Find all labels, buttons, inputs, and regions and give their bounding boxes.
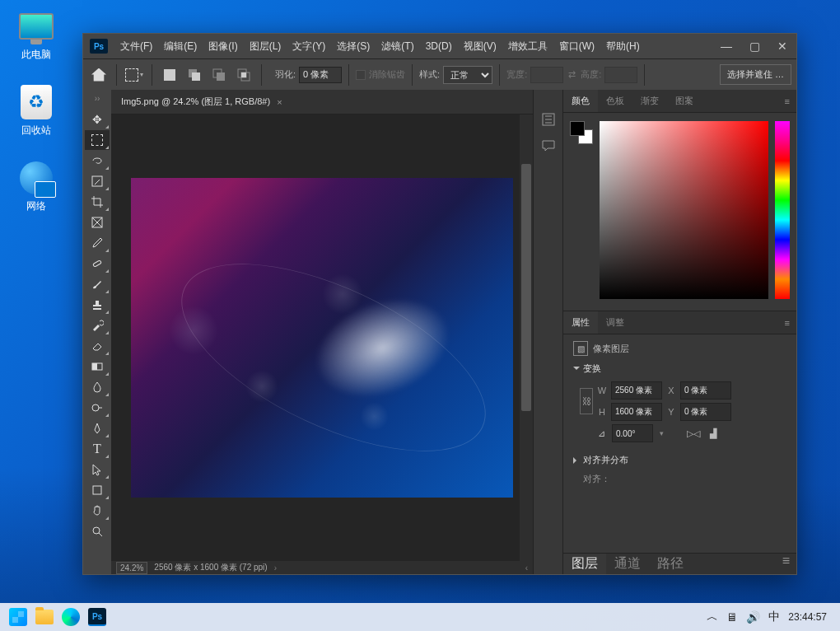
taskbar-edge[interactable] [58, 604, 84, 630]
selection-new-icon[interactable] [159, 64, 180, 86]
tab-layers[interactable]: 图层 [563, 554, 606, 574]
tray-volume-icon[interactable]: 🔊 [746, 610, 760, 624]
document-tab[interactable]: Img5.png @ 24.2% (图层 1, RGB/8#) × [111, 90, 533, 115]
crop-tool[interactable] [85, 192, 110, 212]
menu-filter[interactable]: 滤镜(T) [376, 40, 419, 54]
gradient-tool[interactable] [85, 357, 110, 376]
hand-tool[interactable] [85, 501, 110, 521]
stamp-tool[interactable] [85, 295, 110, 315]
menu-plugins[interactable]: 增效工具 [502, 40, 553, 54]
menu-edit[interactable]: 编辑(E) [158, 40, 203, 54]
canvas-viewport[interactable] [111, 115, 533, 561]
photoshop-logo-icon[interactable]: Ps [90, 39, 108, 54]
path-selection-tool[interactable] [85, 460, 110, 479]
tab-paths[interactable]: 路径 [649, 554, 692, 574]
toolbar-grip-icon[interactable]: ›› [83, 90, 111, 106]
menubar: Ps 文件(F) 编辑(E) 图像(I) 图层(L) 文字(Y) 选择(S) 滤… [83, 34, 796, 58]
tab-color[interactable]: 颜色 [563, 90, 598, 112]
tab-swatches[interactable]: 色板 [598, 90, 632, 112]
marquee-tool[interactable] [85, 130, 110, 150]
scroll-left-icon[interactable]: ‹ [525, 563, 528, 573]
panel-menu-icon[interactable]: ≡ [778, 318, 796, 328]
section-align[interactable]: 对齐并分布 [573, 454, 786, 466]
close-button[interactable]: ✕ [768, 36, 796, 56]
tray-chevron-icon[interactable]: ︿ [707, 610, 718, 624]
feather-input[interactable] [299, 67, 342, 83]
taskbar-photoshop[interactable]: Ps [84, 604, 110, 630]
eyedropper-tool[interactable] [85, 233, 110, 253]
close-tab-icon[interactable]: × [277, 97, 282, 107]
foreground-color[interactable] [570, 121, 585, 136]
tray-clock[interactable]: 23:44:57 [788, 611, 827, 623]
selection-add-icon[interactable] [184, 64, 205, 86]
width-input[interactable] [611, 381, 662, 400]
menu-view[interactable]: 视图(V) [458, 40, 502, 54]
taskbar-explorer[interactable] [31, 604, 58, 630]
zoom-level[interactable]: 24.2% [116, 562, 147, 574]
desktop-network[interactable]: 网络 [8, 160, 64, 213]
select-and-mask-button[interactable]: 选择并遮住 … [720, 64, 791, 85]
svg-rect-6 [241, 72, 246, 77]
color-field[interactable] [600, 121, 768, 299]
menu-help[interactable]: 帮助(H) [600, 40, 646, 54]
info-chevron-icon[interactable]: › [274, 563, 277, 573]
section-transform[interactable]: 变换 [573, 362, 786, 375]
minimize-button[interactable]: — [712, 36, 740, 56]
menu-image[interactable]: 图像(I) [203, 40, 243, 54]
flip-horizontal-icon[interactable]: ▷◁ [687, 428, 700, 439]
canvas-image[interactable] [131, 178, 513, 498]
eraser-tool[interactable] [85, 336, 110, 356]
tab-channels[interactable]: 通道 [606, 554, 649, 574]
menu-window[interactable]: 窗口(W) [553, 40, 600, 54]
move-tool[interactable]: ✥ [85, 110, 110, 129]
style-select[interactable]: 正常 [443, 66, 492, 84]
history-panel-icon[interactable] [539, 110, 558, 129]
tab-gradients[interactable]: 渐变 [632, 90, 667, 112]
tab-patterns[interactable]: 图案 [667, 90, 702, 112]
comments-panel-icon[interactable] [539, 136, 558, 156]
start-button[interactable] [5, 604, 31, 630]
vertical-scrollbar[interactable] [520, 115, 533, 561]
flip-vertical-icon[interactable]: ▟ [710, 428, 716, 439]
menu-type[interactable]: 文字(Y) [287, 40, 331, 54]
menu-file[interactable]: 文件(F) [114, 40, 158, 54]
angle-input[interactable] [612, 424, 653, 442]
blur-tool[interactable] [85, 377, 110, 397]
document-info[interactable]: 2560 像素 x 1600 像素 (72 ppi) [154, 562, 267, 573]
home-button[interactable] [88, 64, 110, 86]
lasso-tool[interactable] [85, 151, 110, 171]
tray-network-icon[interactable]: 🖥 [726, 610, 738, 624]
menu-3d[interactable]: 3D(D) [420, 40, 458, 52]
menu-select[interactable]: 选择(S) [331, 40, 376, 54]
menu-layer[interactable]: 图层(L) [244, 40, 287, 54]
magic-wand-tool[interactable] [85, 171, 110, 191]
maximize-button[interactable]: ▢ [740, 36, 768, 56]
y-input[interactable] [680, 403, 731, 421]
shape-tool[interactable] [85, 480, 110, 500]
desktop-recycle-bin[interactable]: ♻ 回收站 [8, 84, 64, 138]
height-input[interactable] [611, 403, 662, 421]
type-tool[interactable]: T [85, 439, 110, 459]
width-input [530, 67, 563, 83]
link-wh-icon[interactable]: ⛓ [580, 388, 593, 414]
tool-preset-icon[interactable]: ▾ [124, 64, 145, 86]
selection-intersect-icon[interactable] [233, 64, 254, 86]
healing-tool[interactable] [85, 254, 110, 273]
history-brush-tool[interactable] [85, 316, 110, 335]
tab-properties[interactable]: 属性 [563, 311, 598, 334]
svg-rect-11 [92, 363, 97, 370]
desktop-this-pc[interactable]: 此电脑 [8, 8, 64, 62]
tray-ime[interactable]: 中 [768, 610, 780, 624]
brush-tool[interactable] [85, 274, 110, 294]
selection-subtract-icon[interactable] [208, 64, 230, 86]
pen-tool[interactable] [85, 418, 110, 438]
panel-menu-icon[interactable]: ≡ [776, 554, 796, 574]
foreground-background-swatch[interactable] [570, 121, 593, 144]
x-input[interactable] [680, 381, 731, 400]
hue-slider[interactable] [775, 121, 790, 299]
panel-menu-icon[interactable]: ≡ [778, 96, 796, 106]
dodge-tool[interactable] [85, 398, 110, 418]
tab-adjustments[interactable]: 调整 [598, 311, 632, 334]
frame-tool[interactable] [85, 213, 110, 232]
zoom-tool[interactable] [85, 521, 110, 541]
